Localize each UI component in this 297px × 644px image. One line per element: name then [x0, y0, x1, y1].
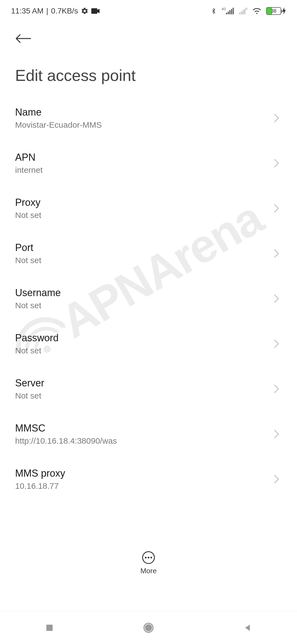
svg-rect-3 — [229, 10, 230, 14]
status-time: 11:35 AM — [11, 7, 43, 15]
setting-label: Password — [15, 332, 59, 344]
chevron-right-icon — [271, 384, 282, 394]
settings-list: Name Movistar-Ecuador-MMS APN internet P… — [0, 95, 297, 502]
setting-label: MMS proxy — [15, 468, 65, 479]
setting-value: Movistar-Ecuador-MMS — [15, 120, 102, 130]
setting-row-server[interactable]: Server Not set — [15, 366, 282, 411]
nav-back-button[interactable] — [241, 621, 254, 635]
battery-indicator: 38 — [266, 7, 286, 15]
header-bar — [0, 22, 297, 50]
wifi-icon — [252, 7, 261, 15]
svg-rect-10 — [46, 624, 53, 631]
bottom-actions: More — [0, 551, 297, 575]
setting-value: Not set — [15, 211, 41, 220]
more-label: More — [140, 567, 156, 575]
svg-rect-0 — [91, 8, 97, 14]
chevron-right-icon — [271, 203, 282, 213]
more-button[interactable]: More — [140, 551, 156, 575]
setting-value: 10.16.18.77 — [15, 481, 65, 491]
chevron-right-icon — [271, 339, 282, 349]
battery-percent: 38 — [267, 8, 280, 14]
svg-rect-4 — [231, 9, 232, 14]
page-title: Edit access point — [0, 50, 297, 95]
setting-value: internet — [15, 165, 43, 175]
setting-row-apn[interactable]: APN internet — [15, 141, 282, 186]
svg-rect-7 — [241, 12, 242, 14]
status-right: 4G 38 — [211, 7, 286, 15]
status-net-speed: 0.7KB/s — [51, 7, 78, 15]
svg-rect-8 — [243, 10, 244, 14]
signal-icon-sim2-none — [239, 8, 248, 14]
chevron-right-icon — [271, 158, 282, 168]
setting-label: APN — [15, 152, 43, 163]
svg-rect-1 — [226, 13, 227, 14]
setting-value: Not set — [15, 346, 59, 355]
setting-value: http://10.16.18.4:38090/was — [15, 436, 117, 446]
chevron-right-icon — [271, 249, 282, 258]
svg-rect-2 — [228, 12, 229, 14]
back-button[interactable] — [15, 30, 32, 47]
nav-home-button[interactable] — [142, 621, 155, 635]
setting-row-password[interactable]: Password Not set — [15, 321, 282, 366]
settings-icon — [81, 7, 89, 15]
setting-row-proxy[interactable]: Proxy Not set — [15, 186, 282, 231]
setting-row-mmsc[interactable]: MMSC http://10.16.18.4:38090/was — [15, 411, 282, 457]
chevron-right-icon — [271, 113, 282, 123]
more-icon — [142, 551, 155, 564]
camera-icon — [91, 8, 100, 14]
status-bar: 11:35 AM | 0.7KB/s 4G 38 — [0, 0, 297, 22]
setting-label: Server — [15, 377, 44, 389]
bluetooth-icon — [211, 7, 217, 15]
chevron-right-icon — [271, 429, 282, 439]
setting-label: MMSC — [15, 422, 117, 434]
nav-recents-button[interactable] — [43, 621, 56, 635]
network-type-badge: 4G — [222, 7, 226, 11]
setting-value: Not set — [15, 391, 44, 400]
setting-label: Port — [15, 242, 41, 253]
chevron-right-icon — [271, 474, 282, 484]
svg-point-12 — [145, 625, 152, 631]
setting-value: Not set — [15, 256, 41, 265]
setting-row-port[interactable]: Port Not set — [15, 231, 282, 276]
svg-rect-5 — [233, 8, 234, 14]
setting-row-username[interactable]: Username Not set — [15, 276, 282, 321]
setting-row-mms-proxy[interactable]: MMS proxy 10.16.18.77 — [15, 457, 282, 502]
setting-value: Not set — [15, 301, 61, 310]
svg-rect-6 — [239, 13, 240, 14]
status-left: 11:35 AM | 0.7KB/s — [11, 7, 100, 15]
charging-icon — [282, 7, 286, 15]
setting-label: Proxy — [15, 197, 41, 208]
chevron-right-icon — [271, 294, 282, 304]
setting-label: Name — [15, 107, 102, 118]
setting-label: Username — [15, 287, 61, 299]
status-separator: | — [46, 7, 48, 15]
signal-icon-sim1-4g — [226, 8, 234, 14]
setting-row-name[interactable]: Name Movistar-Ecuador-MMS — [15, 95, 282, 141]
svg-rect-9 — [244, 9, 245, 14]
system-nav-bar — [0, 611, 297, 644]
